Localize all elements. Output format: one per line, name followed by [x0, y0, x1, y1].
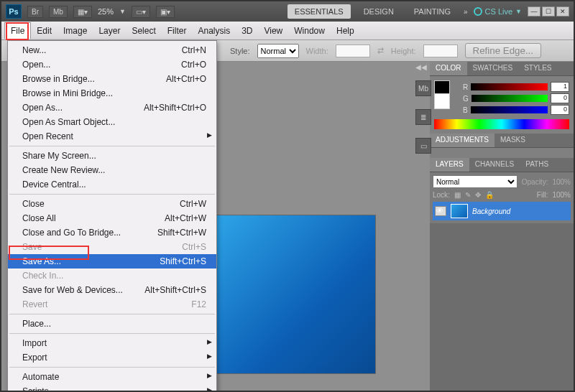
- menubar: File Edit Image Layer Select Filter Anal…: [1, 22, 574, 40]
- file-save-as[interactable]: Save As...Shift+Ctrl+S: [8, 254, 216, 269]
- r-label: R: [463, 83, 468, 91]
- file-save-web[interactable]: Save for Web & Devices...Alt+Shift+Ctrl+…: [8, 283, 216, 297]
- file-menu-dropdown: New...Ctrl+N Open...Ctrl+O Browse in Bri…: [7, 40, 217, 392]
- file-browse-bridge[interactable]: Browse in Bridge...Alt+Ctrl+O: [8, 72, 216, 86]
- tab-color[interactable]: COLOR: [430, 62, 467, 75]
- menu-file[interactable]: File: [4, 22, 31, 39]
- fill-value: 100%: [552, 191, 571, 199]
- file-close-bridge[interactable]: Close and Go To Bridge...Shift+Ctrl+W: [8, 225, 216, 240]
- swap-icon: ⇄: [377, 46, 384, 55]
- workspace-design[interactable]: DESIGN: [356, 4, 401, 19]
- menu-help[interactable]: Help: [331, 23, 360, 39]
- lock-transparency-icon[interactable]: ▦: [454, 191, 461, 199]
- file-import[interactable]: Import: [8, 336, 216, 350]
- cslive-button[interactable]: CS Live▼: [474, 7, 522, 16]
- menu-3d[interactable]: 3D: [236, 23, 258, 39]
- separator: [9, 194, 215, 195]
- separator: [9, 367, 215, 368]
- g-value[interactable]: 0: [551, 93, 569, 103]
- g-slider[interactable]: [472, 95, 548, 102]
- menu-select[interactable]: Select: [126, 23, 161, 39]
- file-close-all[interactable]: Close AllAlt+Ctrl+W: [8, 211, 216, 225]
- refine-edge-button[interactable]: Refine Edge...: [465, 43, 541, 58]
- r-value[interactable]: 1: [551, 82, 569, 92]
- tab-paths[interactable]: PATHS: [520, 158, 554, 172]
- tab-swatches[interactable]: SWATCHES: [467, 62, 519, 75]
- tab-adjustments[interactable]: ADJUSTMENTS: [430, 134, 494, 147]
- file-open[interactable]: Open...Ctrl+O: [8, 57, 216, 72]
- layer-thumbnail[interactable]: [451, 204, 468, 218]
- menu-image[interactable]: Image: [58, 23, 93, 39]
- collapse-arrow-icon[interactable]: ◀◀: [415, 63, 427, 71]
- lock-all-icon[interactable]: 🔒: [485, 191, 494, 199]
- file-share-screen[interactable]: Share My Screen...: [8, 149, 216, 163]
- layer-background[interactable]: 👁 Background: [433, 202, 571, 220]
- separator: [9, 314, 215, 314]
- separator: [9, 333, 215, 334]
- blend-mode-select[interactable]: Normal: [433, 175, 518, 188]
- file-place[interactable]: Place...: [8, 317, 216, 331]
- menu-filter[interactable]: Filter: [162, 23, 193, 39]
- tab-styles[interactable]: STYLES: [518, 62, 557, 75]
- lock-position-icon[interactable]: ✥: [475, 191, 481, 199]
- minibridge-panel-icon[interactable]: Mb: [415, 80, 431, 96]
- file-open-smart[interactable]: Open As Smart Object...: [8, 115, 216, 129]
- file-automate[interactable]: Automate: [8, 370, 216, 384]
- screen-mode-button[interactable]: ▣▾: [156, 6, 175, 18]
- lock-label: Lock:: [433, 191, 450, 199]
- visibility-icon[interactable]: 👁: [435, 206, 446, 216]
- menu-window[interactable]: Window: [288, 23, 331, 39]
- lock-pixel-icon[interactable]: ✎: [465, 191, 471, 199]
- zoom-value[interactable]: 25%: [98, 7, 114, 16]
- layers-panel: Normal Opacity: 100% Lock: ▦ ✎ ✥ 🔒 Fill:…: [430, 172, 574, 223]
- cslive-icon: [474, 7, 482, 16]
- height-input: [423, 45, 458, 57]
- layer-name: Background: [472, 207, 510, 215]
- menu-view[interactable]: View: [258, 23, 288, 39]
- g-label: G: [463, 95, 469, 103]
- menu-analysis[interactable]: Analysis: [192, 23, 236, 39]
- style-label: Style:: [230, 47, 250, 55]
- file-scripts[interactable]: Scripts: [8, 384, 216, 392]
- tab-masks[interactable]: MASKS: [494, 134, 531, 147]
- tab-layers[interactable]: LAYERS: [430, 158, 469, 172]
- panel-icon[interactable]: ▭: [415, 138, 431, 154]
- menu-edit[interactable]: Edit: [31, 23, 58, 39]
- width-label: Width:: [306, 47, 328, 55]
- bridge-button[interactable]: Br: [27, 6, 43, 18]
- opacity-label: Opacity:: [522, 178, 548, 186]
- file-browse-minibridge[interactable]: Browse in Mini Bridge...: [8, 86, 216, 101]
- b-label: B: [463, 106, 468, 114]
- document-canvas[interactable]: [217, 215, 375, 373]
- b-slider[interactable]: [471, 106, 548, 113]
- minimize-button[interactable]: —: [528, 6, 540, 17]
- b-value[interactable]: 0: [551, 105, 569, 115]
- opacity-value: 100%: [552, 178, 571, 186]
- file-check-in: Check In...: [8, 269, 216, 283]
- panels-dock: COLOR SWATCHES STYLES R1 G0 B0 ADJUSTMEN…: [430, 62, 574, 391]
- r-slider[interactable]: [471, 83, 548, 90]
- tab-channels[interactable]: CHANNELS: [469, 158, 520, 172]
- history-panel-icon[interactable]: ≣: [415, 109, 431, 125]
- file-device-central[interactable]: Device Central...: [8, 177, 216, 192]
- close-button[interactable]: ✕: [556, 6, 569, 17]
- view-extras-button[interactable]: ▦▾: [73, 6, 92, 18]
- style-select[interactable]: Normal: [257, 44, 299, 58]
- workspace-more-icon[interactable]: »: [464, 8, 468, 16]
- workspace-painting[interactable]: PAINTING: [407, 4, 458, 19]
- arrange-button[interactable]: ▭▾: [132, 6, 150, 18]
- separator: [9, 146, 215, 146]
- photoshop-logo: Ps: [6, 4, 22, 19]
- minibridge-button[interactable]: Mb: [49, 6, 68, 18]
- color-spectrum[interactable]: [434, 119, 569, 129]
- menu-layer[interactable]: Layer: [93, 23, 126, 39]
- maximize-button[interactable]: ☐: [542, 6, 555, 17]
- file-open-recent[interactable]: Open Recent: [8, 129, 216, 144]
- background-swatch[interactable]: [434, 93, 450, 109]
- file-new[interactable]: New...Ctrl+N: [8, 43, 216, 57]
- workspace-essentials[interactable]: ESSENTIALS: [288, 4, 351, 19]
- file-new-review[interactable]: Create New Review...: [8, 163, 216, 177]
- file-export[interactable]: Export: [8, 350, 216, 365]
- file-close[interactable]: CloseCtrl+W: [8, 197, 216, 211]
- file-open-as[interactable]: Open As...Alt+Shift+Ctrl+O: [8, 101, 216, 115]
